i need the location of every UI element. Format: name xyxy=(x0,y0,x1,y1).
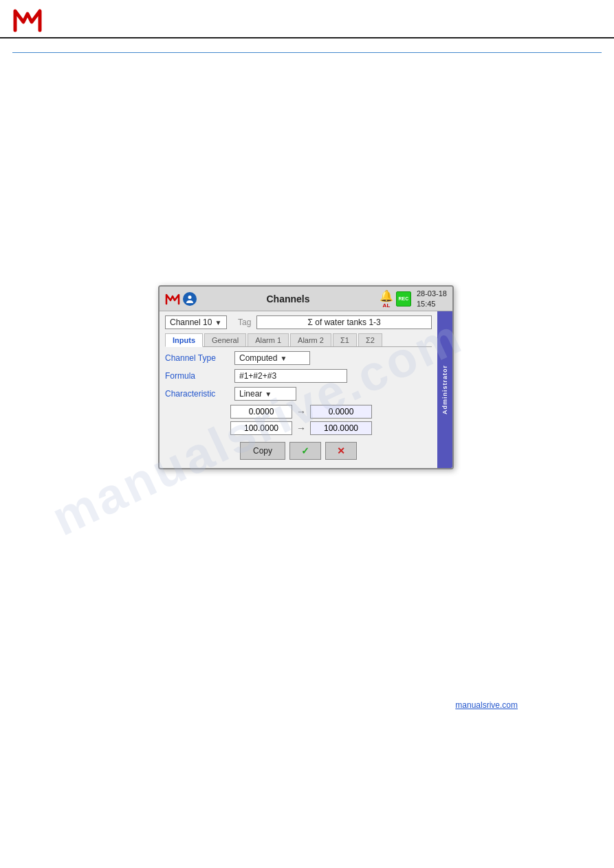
logo-icon xyxy=(12,7,43,33)
tab-sigma2[interactable]: Σ2 xyxy=(358,333,382,346)
channel-type-label: Channel Type xyxy=(165,353,230,363)
top-bar xyxy=(0,0,614,38)
bottom-buttons: Copy ✓ ✕ xyxy=(165,442,432,464)
tab-alarm2[interactable]: Alarm 2 xyxy=(290,333,331,346)
channel-type-select[interactable]: Computed ▼ xyxy=(234,351,310,365)
bell-icon: 🔔 xyxy=(380,289,393,302)
value-row1-left[interactable] xyxy=(230,405,292,419)
device-status-area: 🔔 AL REC 28-03-18 15:45 xyxy=(380,289,447,309)
device-logo-area xyxy=(165,292,197,306)
device-datetime: 28-03-18 15:45 xyxy=(417,289,447,309)
tab-alarm1[interactable]: Alarm 1 xyxy=(248,333,289,346)
user-icon xyxy=(183,292,197,306)
device-date: 28-03-18 xyxy=(417,289,447,298)
channel-select[interactable]: Channel 10 ▼ xyxy=(165,315,227,329)
copy-button[interactable]: Copy xyxy=(240,442,285,460)
confirm-button[interactable]: ✓ xyxy=(289,442,321,460)
value-row2-right[interactable] xyxy=(310,421,372,435)
channel-type-arrow-icon: ▼ xyxy=(280,355,287,362)
cancel-button[interactable]: ✕ xyxy=(325,442,357,460)
value-rows: → → xyxy=(230,405,432,435)
tab-sigma1[interactable]: Σ1 xyxy=(333,333,357,346)
formula-input[interactable] xyxy=(234,369,347,383)
device-main: Channel 10 ▼ Tag Σ of water tanks 1-3 In… xyxy=(160,311,437,468)
value-row2-left[interactable] xyxy=(230,421,292,435)
bottom-link[interactable]: manualsrive.com xyxy=(455,700,518,710)
channel-select-value: Channel 10 xyxy=(170,318,212,327)
device-logo-icon xyxy=(165,293,180,305)
formula-label: Formula xyxy=(165,371,230,381)
sidebar-label: Administrator xyxy=(441,365,448,414)
tab-general[interactable]: General xyxy=(204,333,246,346)
tag-value: Σ of water tanks 1-3 xyxy=(256,315,432,329)
characteristic-arrow-icon: ▼ xyxy=(265,390,272,398)
tab-inputs[interactable]: Inputs xyxy=(165,333,203,347)
device-title: Channels xyxy=(197,293,380,304)
tabs-row: Inputs General Alarm 1 Alarm 2 Σ1 Σ2 xyxy=(165,333,432,347)
channel-type-row: Channel Type Computed ▼ xyxy=(165,351,432,365)
channel-row: Channel 10 ▼ Tag Σ of water tanks 1-3 xyxy=(165,315,432,329)
characteristic-select[interactable]: Linear ▼ xyxy=(234,387,296,401)
arrow-icon-2: → xyxy=(296,423,306,434)
top-divider xyxy=(12,52,602,53)
rec-label: REC xyxy=(399,296,409,301)
device-header: Channels 🔔 AL REC 28-03-18 15:45 xyxy=(160,287,452,311)
tag-label: Tag xyxy=(238,318,251,327)
characteristic-label: Characteristic xyxy=(165,389,230,399)
formula-row: Formula xyxy=(165,369,432,383)
value-row1-right[interactable] xyxy=(310,405,372,419)
channel-type-value: Computed xyxy=(239,353,277,363)
arrow-icon-1: → xyxy=(296,406,306,417)
value-row-2: → xyxy=(230,421,432,435)
channel-dropdown-arrow-icon: ▼ xyxy=(215,319,221,326)
characteristic-value: Linear xyxy=(239,389,262,399)
value-row-1: → xyxy=(230,405,432,419)
device-time: 15:45 xyxy=(417,299,447,309)
rec-indicator: REC xyxy=(396,291,411,307)
svg-point-0 xyxy=(188,296,192,299)
device-screen: Channels 🔔 AL REC 28-03-18 15:45 Channel… xyxy=(158,285,454,469)
device-body: Channel 10 ▼ Tag Σ of water tanks 1-3 In… xyxy=(160,311,452,468)
characteristic-row: Characteristic Linear ▼ xyxy=(165,387,432,401)
device-sidebar: Administrator xyxy=(437,311,452,468)
alarm-label: AL xyxy=(383,302,391,309)
alarm-bell-icon: 🔔 AL xyxy=(380,289,393,309)
